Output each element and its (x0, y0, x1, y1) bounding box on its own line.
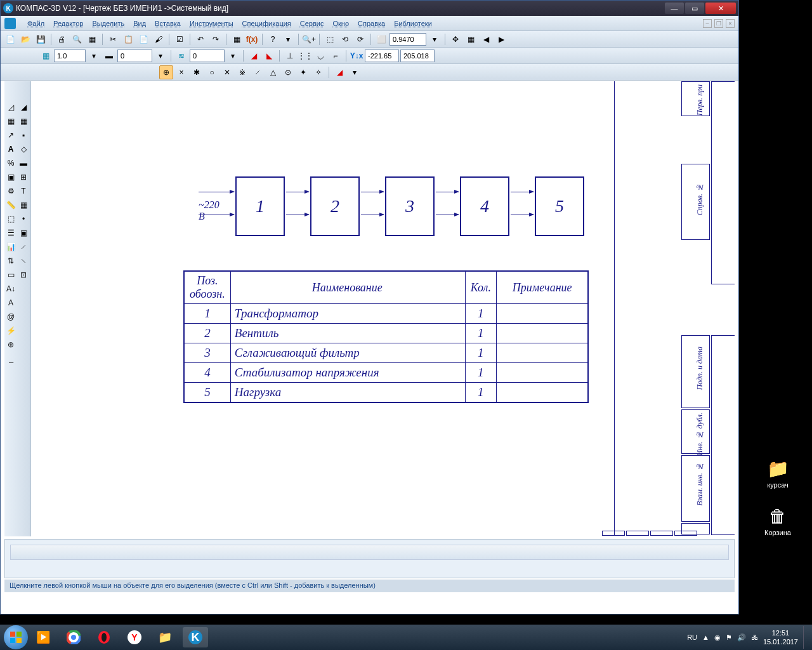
ortho-button[interactable]: ⊥ (283, 49, 297, 63)
menu-window[interactable]: Окно (332, 20, 349, 27)
tool-r12[interactable]: ⟍ (17, 255, 30, 267)
tool-measure[interactable]: 📏 (4, 199, 17, 211)
desktop-trash[interactable]: 🗑 Корзина (763, 505, 793, 536)
start-button[interactable] (4, 625, 28, 649)
tool-bolt[interactable]: ⚡ (4, 324, 17, 337)
mdi-close[interactable]: × (726, 19, 735, 28)
snap-6[interactable]: ※ (235, 65, 249, 79)
redo-button[interactable]: ↷ (209, 32, 223, 46)
menu-service[interactable]: Сервис (300, 20, 324, 27)
tool-at[interactable]: @ (4, 310, 17, 323)
zoom-fit-button[interactable]: ⬜ (374, 32, 388, 46)
tool-r3[interactable]: ▪ (17, 129, 30, 142)
menu-file[interactable]: Файл (27, 20, 44, 27)
snap-1[interactable]: ⊕ (159, 65, 173, 79)
tool-reports[interactable]: 📊 (4, 241, 17, 253)
snap-toggle-2[interactable]: ◣ (262, 49, 276, 63)
tool-r4[interactable]: ◇ (17, 143, 30, 156)
tray-net-icon[interactable]: 🖧 (751, 633, 758, 641)
menu-tools[interactable]: Инструменты (190, 20, 233, 27)
drawing-canvas[interactable]: ~220 В 1 2 3 4 5 (31, 81, 735, 536)
help-cursor-button[interactable]: ? (266, 32, 280, 46)
lcs-button[interactable]: ⌐ (329, 49, 343, 63)
refresh-button[interactable]: ▦ (464, 32, 478, 46)
next-view-button[interactable]: ▶ (494, 32, 508, 46)
open-button[interactable]: 📂 (18, 32, 32, 46)
tool-geometry[interactable]: ◿ (4, 101, 17, 114)
show-desktop-button[interactable] (803, 626, 808, 649)
snap-2[interactable]: × (174, 65, 188, 79)
menu-help[interactable]: Справка (358, 20, 385, 27)
maximize-button[interactable]: ▭ (685, 3, 704, 14)
grid-snap-button[interactable]: ⋮⋮ (298, 49, 312, 63)
cut-button[interactable]: ✂ (106, 32, 120, 46)
properties-button[interactable]: ☑ (173, 32, 187, 46)
close-button[interactable]: ✕ (705, 3, 736, 14)
tool-r5[interactable]: ▬ (17, 157, 30, 169)
tool-r9[interactable]: • (17, 213, 30, 225)
menu-insert[interactable]: Вставка (155, 20, 181, 27)
tool-select[interactable]: ⬚ (4, 213, 17, 225)
minimize-button[interactable]: — (665, 3, 684, 14)
props-button[interactable]: ▦ (85, 32, 99, 46)
system-menu-icon[interactable] (4, 18, 16, 29)
task-explorer[interactable]: 📁 (152, 627, 178, 647)
tool-spec[interactable]: ☰ (4, 227, 17, 239)
menu-select[interactable]: Выделить (92, 20, 124, 27)
snap-9[interactable]: ⊙ (281, 65, 295, 79)
grid-button[interactable]: ▦ (39, 49, 53, 63)
snap-5[interactable]: ✕ (220, 65, 234, 79)
new-button[interactable]: 📄 (3, 32, 17, 46)
menu-editor[interactable]: Редактор (53, 20, 83, 27)
tool-text-a[interactable]: A (4, 143, 17, 156)
tool-params[interactable]: ⚙ (4, 185, 17, 197)
task-yandex[interactable]: Y (122, 627, 147, 647)
task-opera[interactable] (91, 627, 117, 647)
undo-button[interactable]: ↶ (193, 32, 207, 46)
mdi-minimize[interactable]: – (703, 19, 712, 28)
tool-edit[interactable]: ▣ (4, 171, 17, 183)
coord-mode[interactable]: Y↓x (350, 49, 363, 63)
zoom-prev-button[interactable]: ⟲ (338, 32, 352, 46)
zoom-next-button[interactable]: ⟳ (353, 32, 367, 46)
tray-vol-icon[interactable]: 🔊 (737, 633, 746, 642)
task-mediaplayer[interactable]: ▶️ (30, 627, 56, 647)
snap-dropdown[interactable]: ▾ (348, 65, 362, 79)
style-input[interactable] (190, 50, 225, 62)
task-kompas[interactable]: K (183, 627, 208, 647)
tray-clock[interactable]: 12:51 15.01.2017 (763, 628, 798, 647)
layers-button[interactable]: ≋ (174, 49, 188, 63)
style-dropdown[interactable]: ▾ (226, 49, 240, 63)
calc-button[interactable]: ▦ (230, 32, 244, 46)
coord-y[interactable] (400, 50, 435, 62)
menu-spec[interactable]: Спецификация (242, 20, 291, 27)
prev-view-button[interactable]: ◀ (479, 32, 493, 46)
scale-input[interactable] (54, 50, 86, 62)
pan-button[interactable]: ✥ (449, 32, 462, 46)
preview-button[interactable]: 🔍 (70, 32, 84, 46)
paste-button[interactable]: 📄 (136, 32, 150, 46)
task-chrome[interactable] (61, 627, 86, 647)
vars-button[interactable]: f(x) (245, 32, 259, 46)
tool-r11[interactable]: ⟋ (17, 241, 30, 253)
coord-x[interactable] (365, 50, 399, 62)
snap-toggle-1[interactable]: ◢ (247, 49, 261, 63)
copy-button[interactable]: 📋 (121, 32, 135, 46)
snap-12[interactable]: ◢ (332, 65, 346, 79)
tool-r13[interactable]: ⊡ (17, 269, 30, 281)
tool-dims[interactable]: ▦ (4, 115, 17, 128)
layer-input[interactable] (117, 50, 152, 62)
zoom-in-button[interactable]: 🔍+ (302, 32, 316, 46)
tool-r10[interactable]: ▣ (17, 227, 30, 239)
tool-line[interactable]: ⎯ (4, 352, 17, 365)
desktop-folder-kursach[interactable]: 📁 курсач (763, 457, 793, 489)
zoom-dropdown[interactable]: ▾ (428, 32, 442, 46)
snap-4[interactable]: ○ (205, 65, 219, 79)
tool-r6[interactable]: ⊞ (17, 171, 30, 183)
tool-a-label[interactable]: A↓ (4, 282, 17, 295)
print-button[interactable]: 🖨 (55, 32, 69, 46)
zoom-input[interactable] (390, 33, 426, 46)
menu-view[interactable]: Вид (133, 20, 146, 27)
save-button[interactable]: 💾 (34, 32, 48, 46)
round-button[interactable]: ◡ (313, 49, 327, 63)
